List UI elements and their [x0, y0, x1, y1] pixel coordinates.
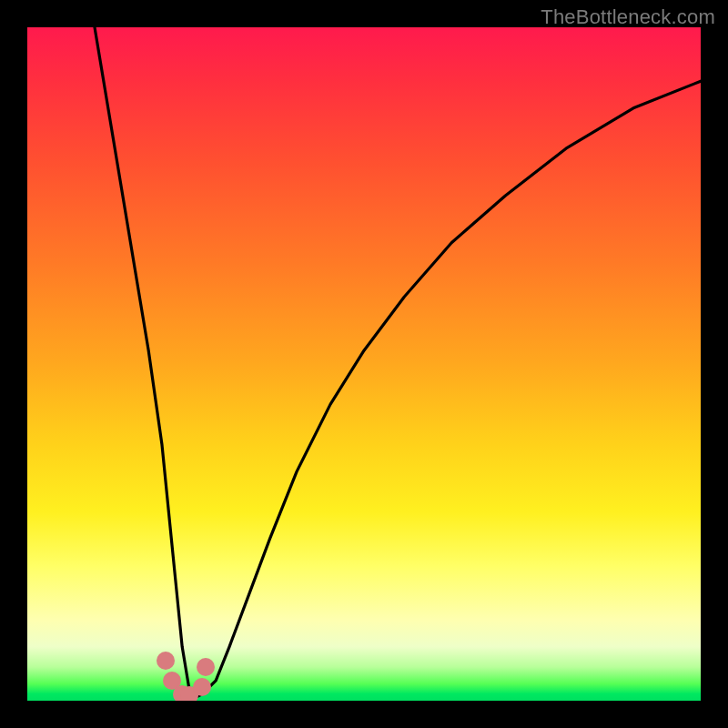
data-marker	[157, 652, 175, 670]
data-marker	[193, 678, 211, 696]
data-marker	[197, 658, 215, 676]
marker-layer	[27, 27, 701, 701]
watermark-text: TheBottleneck.com	[541, 5, 715, 29]
chart-frame: TheBottleneck.com	[0, 0, 728, 728]
plot-area	[27, 27, 701, 701]
